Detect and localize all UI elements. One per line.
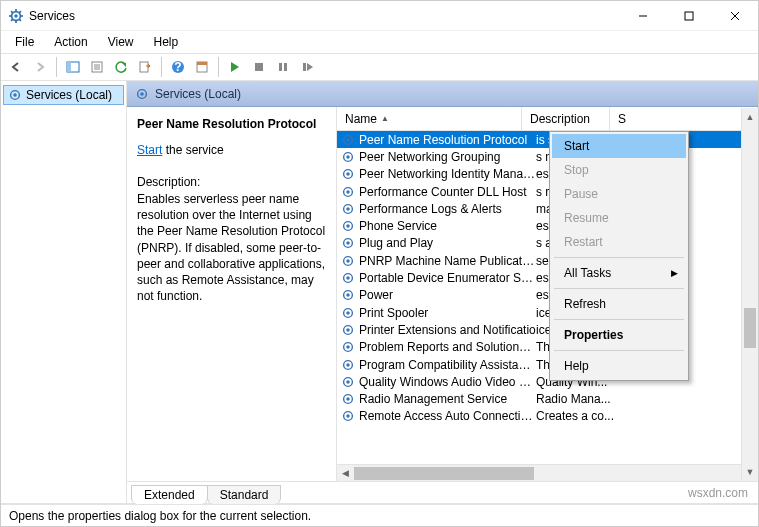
svg-point-54 (346, 311, 350, 315)
col-header-name[interactable]: Name ▲ (337, 107, 522, 130)
properties-button[interactable] (86, 56, 108, 78)
start-suffix: the service (162, 143, 223, 157)
hscroll-track[interactable] (354, 465, 741, 482)
ctx-refresh[interactable]: Refresh (552, 292, 686, 316)
table-row[interactable]: Peer Name Resolution Protocolis serv... (337, 131, 758, 148)
maximize-button[interactable] (666, 1, 712, 31)
svg-text:?: ? (174, 60, 181, 74)
stop-service-button[interactable] (248, 56, 270, 78)
table-row[interactable]: Printer Extensions and Notificatioice o.… (337, 321, 758, 338)
service-name-cell: Peer Networking Grouping (359, 150, 536, 164)
table-row[interactable]: Program Compatibility Assistant ServiceT… (337, 356, 758, 373)
tree-node-services-local[interactable]: Services (Local) (3, 85, 124, 105)
window-title: Services (29, 9, 620, 23)
ctx-start-label: Start (564, 139, 589, 153)
svg-point-58 (346, 345, 350, 349)
hscroll-thumb[interactable] (354, 467, 534, 480)
table-row[interactable]: Phone Servicees th... (337, 217, 758, 234)
gear-icon (341, 358, 355, 372)
table-row[interactable]: Performance Logs & Alertsmanc... (337, 200, 758, 217)
start-service-button[interactable] (224, 56, 246, 78)
chevron-right-icon: ▶ (671, 268, 678, 278)
context-menu: Start Stop Pause Resume Restart All Task… (549, 131, 689, 381)
ctx-all-tasks[interactable]: All Tasks▶ (552, 261, 686, 285)
ctx-start[interactable]: Start (552, 134, 686, 158)
ctx-help[interactable]: Help (552, 354, 686, 378)
table-row[interactable]: Radio Management ServiceRadio Mana... (337, 390, 758, 407)
menu-file[interactable]: File (5, 33, 44, 51)
svg-rect-20 (140, 62, 148, 72)
show-hide-tree-button[interactable] (62, 56, 84, 78)
forward-button[interactable] (29, 56, 51, 78)
restart-service-button[interactable] (296, 56, 318, 78)
start-service-link[interactable]: Start (137, 143, 162, 157)
scroll-up-button[interactable]: ▲ (742, 108, 758, 125)
export-list-button[interactable] (134, 56, 156, 78)
help-button[interactable]: ? (167, 56, 189, 78)
gear-icon (341, 254, 355, 268)
tab-extended[interactable]: Extended (131, 485, 208, 504)
service-name-cell: Print Spooler (359, 306, 536, 320)
table-row[interactable]: Problem Reports and Solutions Control Pa… (337, 339, 758, 356)
menu-view[interactable]: View (98, 33, 144, 51)
horizontal-scrollbar[interactable]: ◀ ▶ (337, 464, 758, 481)
svg-point-60 (346, 363, 350, 367)
vertical-scrollbar[interactable]: ▲ ▼ (741, 108, 758, 480)
gear-icon (341, 236, 355, 250)
services-list[interactable]: Peer Name Resolution Protocolis serv...P… (337, 131, 758, 464)
tab-standard[interactable]: Standard (207, 485, 282, 504)
svg-point-36 (346, 155, 350, 159)
table-row[interactable]: Plug and Plays a c...R (337, 235, 758, 252)
svg-rect-15 (67, 62, 71, 72)
table-row[interactable]: Print Spoolerice c...R (337, 304, 758, 321)
svg-rect-26 (279, 63, 282, 71)
close-button[interactable] (712, 1, 758, 31)
ctx-properties[interactable]: Properties (552, 323, 686, 347)
svg-point-48 (346, 259, 350, 263)
scroll-thumb[interactable] (744, 308, 756, 348)
table-row[interactable]: Poweres p...R (337, 287, 758, 304)
menu-action[interactable]: Action (44, 33, 97, 51)
gear-icon (341, 219, 355, 233)
service-name-cell: Performance Counter DLL Host (359, 185, 536, 199)
table-row[interactable]: Portable Device Enumerator Servies gr... (337, 269, 758, 286)
svg-point-38 (346, 172, 350, 176)
gear-icon (341, 185, 355, 199)
toolbar: ? (1, 53, 758, 81)
table-row[interactable]: Remote Access Auto Connection ManagerCre… (337, 408, 758, 425)
svg-rect-25 (255, 63, 263, 71)
minimize-button[interactable] (620, 1, 666, 31)
menu-help[interactable]: Help (144, 33, 189, 51)
table-row[interactable]: Peer Networking Identity Managees ide... (337, 166, 758, 183)
ctx-stop: Stop (552, 158, 686, 182)
refresh-button[interactable] (110, 56, 132, 78)
svg-point-34 (346, 138, 350, 142)
ctx-help-label: Help (564, 359, 589, 373)
service-name-cell: Quality Windows Audio Video Experience (359, 375, 536, 389)
table-row[interactable]: Quality Windows Audio Video ExperienceQu… (337, 373, 758, 390)
properties-sheet-button[interactable] (191, 56, 213, 78)
services-icon (9, 9, 23, 23)
back-button[interactable] (5, 56, 27, 78)
ctx-sep-3 (554, 319, 684, 320)
service-name-cell: Peer Networking Identity Manage (359, 167, 536, 181)
pause-service-button[interactable] (272, 56, 294, 78)
gear-icon (135, 87, 149, 101)
table-row[interactable]: PNRP Machine Name Publicationservice ... (337, 252, 758, 269)
column-headers: Name ▲ Description S (337, 107, 758, 131)
svg-point-1 (14, 14, 18, 18)
table-row[interactable]: Performance Counter DLL Hosts rem... (337, 183, 758, 200)
table-row[interactable]: Peer Networking Groupings mul... (337, 148, 758, 165)
col-header-startup[interactable]: S (610, 107, 758, 130)
description-label: Description: (137, 175, 326, 189)
service-desc-cell: Creates a co... (536, 409, 624, 423)
scroll-down-button[interactable]: ▼ (742, 463, 758, 480)
col-header-description[interactable]: Description (522, 107, 610, 130)
scroll-left-button[interactable]: ◀ (337, 465, 354, 482)
gear-icon (8, 88, 22, 102)
ctx-all-tasks-label: All Tasks (564, 266, 611, 280)
main-header: Services (Local) (127, 81, 758, 107)
service-name-cell: Phone Service (359, 219, 536, 233)
ctx-sep-1 (554, 257, 684, 258)
svg-rect-28 (303, 63, 306, 71)
